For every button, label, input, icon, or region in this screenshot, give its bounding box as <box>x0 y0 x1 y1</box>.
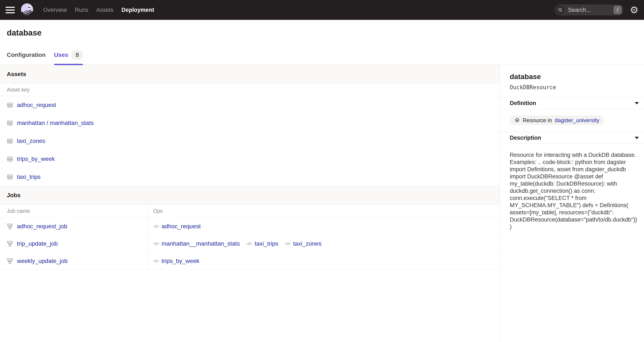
op-link[interactable]: taxi_trips <box>254 240 278 247</box>
resource-side-panel: database DuckDBResource Definition Resou… <box>500 65 644 342</box>
nav-item-assets[interactable]: Assets <box>96 7 114 13</box>
ops-column-header: Ops <box>148 204 500 218</box>
table-icon <box>7 138 13 144</box>
op-link[interactable]: trips_by_week <box>162 258 199 264</box>
side-panel-header: database DuckDBResource <box>500 65 644 97</box>
dagster-logo-icon[interactable] <box>20 3 34 17</box>
asset-key-link[interactable]: taxi_trips <box>17 174 40 180</box>
asset-key-link[interactable]: taxi_zones <box>17 138 45 144</box>
op-icon <box>285 241 291 246</box>
description-label: Description <box>510 135 541 141</box>
op-link[interactable]: adhoc_request <box>162 223 201 230</box>
search-shortcut-badge: / <box>614 6 622 14</box>
asset-key-link[interactable]: trips_by_week <box>17 156 55 162</box>
asset-row: taxi_zones <box>0 132 500 150</box>
jobs-table: adhoc_request_job adhoc_request trip_upd… <box>0 218 500 270</box>
definition-section-header[interactable]: Definition <box>500 97 644 109</box>
tab-configuration[interactable]: Configuration <box>7 50 46 65</box>
job-name-cell: trip_update_job <box>0 235 148 252</box>
uses-count-badge: 8 <box>72 50 83 60</box>
job-row: weekly_update_job trips_by_week <box>0 252 500 270</box>
op-link[interactable]: taxi_zones <box>293 240 322 247</box>
nav-item-runs[interactable]: Runs <box>75 7 88 13</box>
nav-items: Overview Runs Assets Deployment <box>43 7 154 13</box>
table-icon <box>7 102 13 108</box>
job-ops-cell: manhattan__manhattan_stats taxi_trips ta… <box>148 235 500 252</box>
op-icon <box>246 241 252 246</box>
settings-gear-icon[interactable]: ⚙ <box>630 5 638 15</box>
job-name-link[interactable]: trip_update_job <box>17 240 58 247</box>
job-name-cell: weekly_update_job <box>0 252 148 270</box>
jobs-section-header: Jobs <box>0 186 500 204</box>
tab-uses-label: Uses <box>54 52 68 58</box>
nav-item-deployment[interactable]: Deployment <box>122 7 154 13</box>
asset-row: taxi_trips <box>0 168 500 186</box>
job-graph-icon <box>7 240 13 247</box>
op-icon <box>153 241 160 246</box>
code-location-tag: Resource in dagster_university <box>510 116 604 125</box>
job-graph-icon <box>7 223 13 230</box>
menu-button[interactable] <box>6 5 15 14</box>
uses-panel: Assets Asset key adhoc_request manhattan… <box>0 65 500 342</box>
asset-key-link[interactable]: manhattan / manhattan_stats <box>17 120 94 126</box>
job-row: adhoc_request_job adhoc_request <box>0 218 500 235</box>
page-header: database Configuration Uses 8 <box>0 20 644 65</box>
page-title: database <box>7 28 644 38</box>
op-item: taxi_trips <box>246 240 278 247</box>
resource-type: DuckDBResource <box>510 84 638 90</box>
assets-table: adhoc_request manhattan / manhattan_stat… <box>0 96 500 186</box>
op-icon <box>153 258 160 264</box>
resource-title: database <box>510 72 638 81</box>
asset-row: adhoc_request <box>0 96 500 114</box>
job-graph-icon <box>7 258 13 264</box>
job-row: trip_update_job manhattan__manhattan_sta… <box>0 235 500 252</box>
job-name-link[interactable]: weekly_update_job <box>17 258 68 264</box>
tab-configuration-label: Configuration <box>7 52 46 58</box>
op-item: manhattan__manhattan_stats <box>153 240 240 247</box>
search-icon <box>556 6 565 14</box>
job-name-link[interactable]: adhoc_request_job <box>17 223 67 230</box>
table-icon <box>7 120 13 126</box>
search-input[interactable]: Search... / <box>555 4 624 16</box>
asset-key-column-header: Asset key <box>0 84 500 96</box>
asset-row: manhattan / manhattan_stats <box>0 114 500 132</box>
chevron-down-icon <box>635 102 639 104</box>
tab-uses[interactable]: Uses 8 <box>54 50 83 65</box>
top-nav: Overview Runs Assets Deployment Search..… <box>0 0 644 20</box>
op-item: trips_by_week <box>153 258 199 264</box>
tag-prefix: Resource in <box>523 117 552 124</box>
job-name-column-header: Job name <box>0 204 148 218</box>
table-icon <box>7 174 13 180</box>
description-section-header[interactable]: Description <box>500 132 644 144</box>
asset-key-link[interactable]: adhoc_request <box>17 102 56 108</box>
tab-bar: Configuration Uses 8 <box>7 50 644 65</box>
description-text: Resource for interacting with a DuckDB d… <box>500 144 644 230</box>
job-ops-cell: trips_by_week <box>148 252 500 270</box>
chevron-down-icon <box>635 137 639 139</box>
definition-label: Definition <box>510 100 536 106</box>
op-icon <box>153 224 160 229</box>
table-icon <box>7 156 13 162</box>
code-location-link[interactable]: dagster_university <box>555 117 600 124</box>
asset-row: trips_by_week <box>0 150 500 168</box>
assets-section-header: Assets <box>0 65 500 84</box>
job-ops-cell: adhoc_request <box>148 218 500 235</box>
nav-item-overview[interactable]: Overview <box>43 7 67 13</box>
jobs-column-headers: Job name Ops <box>0 204 500 218</box>
code-location-icon <box>514 118 520 123</box>
definition-content: Resource in dagster_university <box>500 109 644 132</box>
op-link[interactable]: manhattan__manhattan_stats <box>162 240 240 247</box>
search-placeholder: Search... <box>568 7 610 13</box>
op-item: adhoc_request <box>153 223 201 230</box>
job-name-cell: adhoc_request_job <box>0 218 148 235</box>
op-item: taxi_zones <box>285 240 322 247</box>
